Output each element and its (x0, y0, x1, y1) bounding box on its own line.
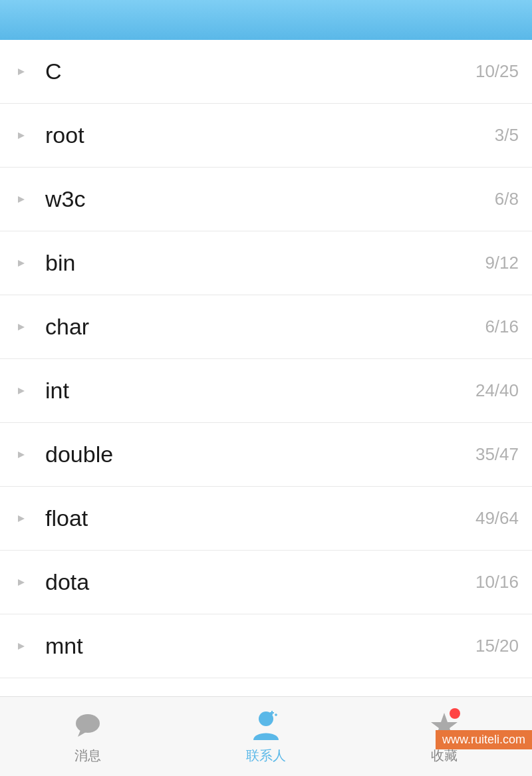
svg-marker-8 (18, 579, 25, 586)
item-count-bin: 9/12 (485, 253, 519, 273)
svg-marker-6 (18, 452, 25, 458)
item-name-bin: bin (45, 250, 485, 276)
favorites-badge (450, 708, 460, 719)
bottom-nav: 消息 联系人 收藏 (0, 696, 532, 776)
contact-icon (249, 708, 283, 743)
list-item-double[interactable]: double 35/47 (0, 423, 532, 487)
arrow-icon-mnt (13, 638, 29, 654)
item-count-float: 49/64 (475, 508, 519, 529)
item-count-char: 6/16 (485, 317, 519, 337)
item-count-root: 3/5 (495, 125, 519, 146)
list-item-dota[interactable]: dota 10/16 (0, 551, 532, 614)
item-name-char: char (45, 314, 485, 340)
item-count-int: 24/40 (475, 380, 519, 401)
arrow-icon-float (13, 511, 29, 527)
star-icon (427, 708, 462, 743)
arrow-icon-bin (13, 255, 29, 271)
arrow-icon-dota (13, 575, 29, 590)
list-item-int[interactable]: int 24/40 (0, 359, 532, 423)
item-count-mnt: 15/20 (475, 636, 519, 656)
message-icon (70, 708, 105, 743)
list-item-root[interactable]: root 3/5 (0, 104, 532, 168)
svg-marker-5 (18, 388, 25, 394)
item-name-root: root (45, 122, 495, 148)
svg-marker-7 (18, 515, 25, 522)
item-name-double: double (45, 442, 475, 467)
contacts-label: 联系人 (246, 747, 286, 765)
nav-item-contacts[interactable]: 联系人 (246, 708, 286, 765)
arrow-icon-w3c (13, 192, 29, 207)
item-count-dota: 10/16 (475, 572, 519, 592)
arrow-icon-char (13, 319, 29, 335)
item-name-c: C (45, 59, 475, 84)
arrow-icon-root (13, 128, 29, 144)
arrow-icon-int (13, 383, 29, 399)
svg-marker-4 (18, 324, 25, 330)
arrow-icon-double (13, 447, 29, 463)
item-name-int: int (45, 378, 475, 404)
svg-point-10 (76, 714, 100, 733)
item-name-w3c: w3c (45, 186, 495, 212)
svg-marker-9 (18, 643, 25, 650)
svg-point-12 (259, 711, 273, 726)
top-bar (0, 0, 532, 40)
arrow-icon-c (13, 64, 29, 80)
svg-marker-2 (18, 196, 25, 203)
item-count-double: 35/47 (475, 444, 519, 465)
item-name-dota: dota (45, 569, 475, 595)
list-item-float[interactable]: float 49/64 (0, 487, 532, 551)
item-name-float: float (45, 505, 475, 531)
svg-marker-3 (18, 260, 25, 267)
nav-item-favorites[interactable]: 收藏 (427, 708, 462, 765)
messages-label: 消息 (74, 747, 101, 765)
nav-item-messages[interactable]: 消息 (70, 708, 105, 765)
list-item-w3c[interactable]: w3c 6/8 (0, 168, 532, 231)
item-count-w3c: 6/8 (495, 189, 519, 209)
list-container: C 10/25 root 3/5 w3c 6/8 bin 9/12 (0, 40, 532, 696)
list-item-bin[interactable]: bin 9/12 (0, 231, 532, 295)
item-count-c: 10/25 (475, 61, 519, 82)
item-name-mnt: mnt (45, 633, 475, 659)
favorites-label: 收藏 (431, 747, 458, 765)
list-item-char[interactable]: char 6/16 (0, 295, 532, 359)
list-item-mnt[interactable]: mnt 15/20 (0, 614, 532, 678)
svg-marker-0 (18, 68, 25, 75)
list-item-c[interactable]: C 10/25 (0, 40, 532, 104)
svg-marker-1 (18, 132, 25, 139)
